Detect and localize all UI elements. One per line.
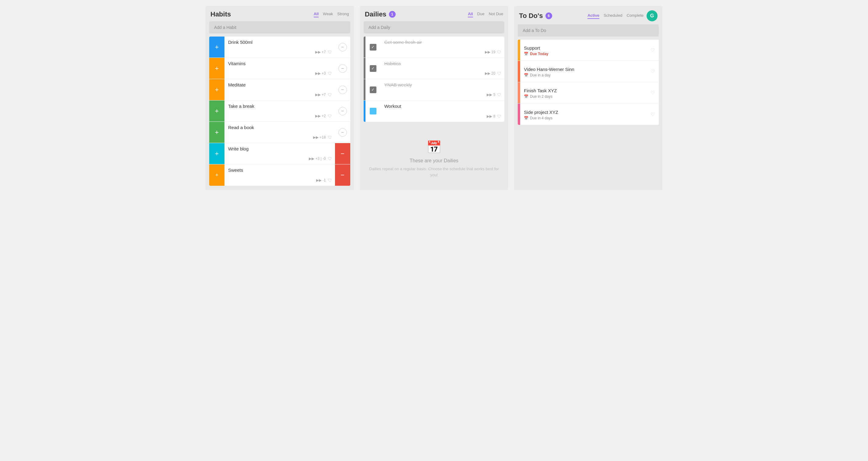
tab-habits-strong[interactable]: Strong	[337, 11, 349, 18]
habit-score: ▶▶ -1	[316, 178, 326, 182]
add-todo-bar[interactable]: Add a To Do	[518, 24, 659, 36]
tab-dailies-all[interactable]: All	[468, 11, 473, 18]
daily-check-area[interactable]: ✓	[366, 36, 381, 58]
habits-column: Habits All Weak Strong Add a Habit + Dri…	[206, 6, 354, 190]
todos-title: To Do's 6	[519, 12, 552, 20]
daily-meta: ▶▶ 5 🛡	[384, 92, 502, 98]
habit-plus-btn[interactable]: +	[209, 79, 224, 100]
heart-icon[interactable]: ♡	[651, 112, 655, 117]
tab-todos-scheduled[interactable]: Scheduled	[603, 13, 622, 19]
check-empty-icon	[370, 108, 376, 115]
tab-todos-active[interactable]: Active	[588, 13, 599, 19]
habit-plus-btn[interactable]: +	[209, 36, 224, 58]
todo-item: Video Hans-Werner Sinn 📅 Due in a day ♡	[518, 61, 659, 82]
calendar-icon: 📅	[524, 52, 528, 56]
habit-minus-btn[interactable]: −	[338, 128, 347, 137]
due-label: Due Today	[530, 52, 548, 56]
page-container: Habits All Weak Strong Add a Habit + Dri…	[206, 6, 662, 190]
habit-plus-btn[interactable]: +	[209, 58, 224, 79]
habit-item: + Take a break ▶▶ +2 🛡 −	[209, 100, 350, 122]
tab-dailies-notdue[interactable]: Not Due	[489, 11, 503, 18]
habit-meta: ▶▶ +3 | -0 🛡	[228, 156, 332, 162]
habit-name: Meditate	[228, 82, 332, 87]
calendar-icon: 📅	[366, 140, 502, 154]
dailies-badge: 1	[389, 11, 396, 18]
tab-habits-all[interactable]: All	[314, 11, 319, 18]
todo-action: ♡	[647, 39, 659, 61]
tab-habits-weak[interactable]: Weak	[323, 11, 333, 18]
check-icon: ✓	[370, 87, 376, 93]
todos-tabs: Active Scheduled Complete	[588, 13, 644, 19]
habit-minus-btn[interactable]: −	[338, 43, 347, 52]
habit-minus-btn[interactable]: −	[338, 86, 347, 94]
due-label: Due in 4 days	[530, 116, 552, 120]
daily-name: Get some fresh air	[384, 39, 502, 45]
habit-minus-btn[interactable]: −	[338, 64, 347, 73]
dailies-header: Dailies 1 All Due Not Due	[360, 6, 508, 21]
habit-score: ▶▶ +3 | -0	[309, 156, 326, 161]
todo-item: Support 📅 Due Today ♡	[518, 39, 659, 61]
todo-content: Side project XYZ 📅 Due in 4 days	[520, 103, 647, 125]
heart-icon[interactable]: ♡	[651, 68, 655, 74]
todo-action: ♡	[647, 103, 659, 125]
add-daily-bar[interactable]: Add a Daily	[364, 21, 505, 33]
habit-plus-btn[interactable]: +	[209, 164, 224, 186]
habit-content: Take a break ▶▶ +2 🛡	[224, 100, 335, 122]
habit-item: + Sweets ▶▶ -1 🛡 −	[209, 164, 350, 186]
heart-icon[interactable]: ♡	[651, 47, 655, 53]
habit-meta: ▶▶ +7 🛡	[228, 50, 332, 56]
empty-desc: Dailies repeat on a regular basis. Choos…	[366, 166, 502, 178]
shield-icon: 🛡	[328, 50, 332, 55]
daily-meta: ▶▶ 20 🛡	[384, 71, 502, 77]
tab-todos-complete[interactable]: Complete	[626, 13, 644, 19]
daily-content: Habitica ▶▶ 20 🛡	[381, 58, 505, 79]
habit-item: + Write blog ▶▶ +3 | -0 🛡 −	[209, 143, 350, 164]
daily-name: Habitica	[384, 61, 502, 66]
shield-icon: 🛡	[328, 114, 332, 118]
daily-score: ▶▶ 5	[487, 93, 495, 97]
habit-plus-btn[interactable]: +	[209, 143, 224, 164]
habit-score: ▶▶ +2	[315, 114, 326, 118]
habits-title: Habits	[211, 10, 231, 18]
avatar[interactable]: G	[647, 10, 657, 21]
calendar-icon: 📅	[524, 94, 528, 99]
todo-due: 📅 Due Today	[524, 52, 644, 56]
habit-score: ▶▶ +7	[315, 93, 326, 97]
habit-plus-btn[interactable]: +	[209, 122, 224, 143]
dailies-tabs: All Due Not Due	[468, 11, 503, 18]
daily-check-area[interactable]	[366, 100, 381, 122]
habit-minus-active-btn[interactable]: −	[335, 143, 350, 164]
habit-minus-active-btn[interactable]: −	[335, 164, 350, 186]
add-habit-bar[interactable]: Add a Habit	[209, 21, 350, 33]
habit-plus-btn[interactable]: +	[209, 100, 224, 122]
daily-content: Workout ▶▶ 8 🛡	[381, 100, 505, 122]
todos-column: To Do's 6 Active Scheduled Complete G Ad…	[514, 6, 662, 190]
habits-list: + Drink 500ml ▶▶ +7 🛡 − + Vitamins	[209, 36, 350, 186]
habit-name: Take a break	[228, 103, 332, 109]
tab-dailies-due[interactable]: Due	[477, 11, 485, 18]
todo-bar	[518, 39, 520, 61]
check-icon: ✓	[370, 65, 376, 72]
todo-name: Side project XYZ	[524, 110, 644, 115]
habits-tabs: All Weak Strong	[314, 11, 349, 18]
daily-name: YNAB weekly	[384, 82, 502, 87]
habit-content: Meditate ▶▶ +7 🛡	[224, 79, 335, 100]
shield-icon: 🛡	[497, 71, 501, 76]
daily-content: Get some fresh air ▶▶ 19 🛡	[381, 36, 505, 58]
todo-content: Finish Task XYZ 📅 Due in 2 days	[520, 82, 647, 103]
todo-bar	[518, 61, 520, 82]
daily-check-area[interactable]: ✓	[366, 79, 381, 100]
daily-item: ✓ YNAB weekly ▶▶ 5 🛡	[364, 79, 505, 100]
daily-check-area[interactable]: ✓	[366, 58, 381, 79]
daily-item: ✓ Get some fresh air ▶▶ 19 🛡	[364, 36, 505, 58]
dailies-list: ✓ Get some fresh air ▶▶ 19 🛡 ✓ Habitic	[364, 36, 505, 122]
heart-icon[interactable]: ♡	[651, 90, 655, 96]
dailies-empty-state: 📅 These are your Dailies Dailies repeat …	[360, 122, 508, 190]
daily-meta: ▶▶ 19 🛡	[384, 50, 502, 56]
todo-bar	[518, 82, 520, 103]
todos-title-text: To Do's	[519, 12, 543, 20]
todos-list: Support 📅 Due Today ♡ Video Hans-Werner …	[518, 39, 659, 125]
todo-action: ♡	[647, 82, 659, 103]
habit-minus-btn[interactable]: −	[338, 107, 347, 115]
habit-name: Sweets	[228, 167, 332, 173]
